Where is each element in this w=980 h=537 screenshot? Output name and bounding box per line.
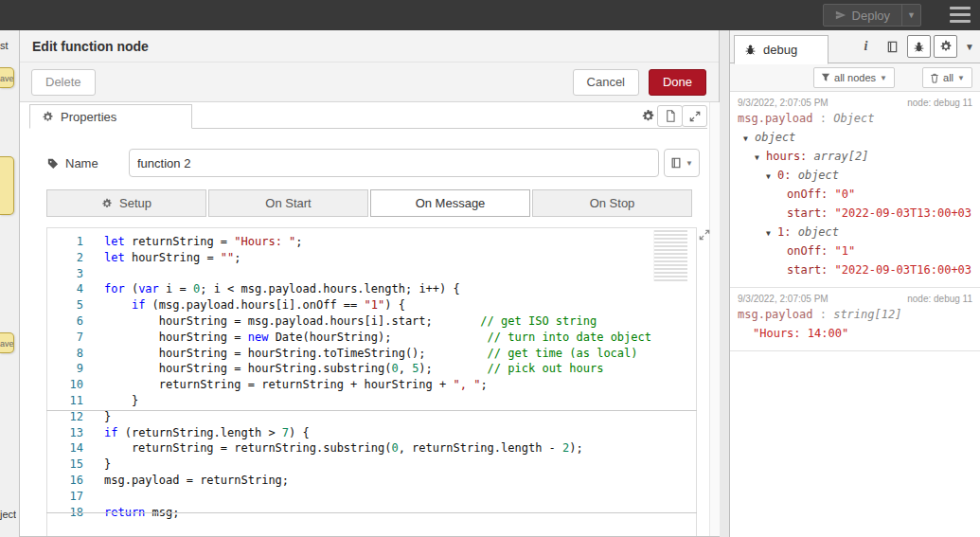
done-button[interactable]: Done [649,69,706,96]
line-number: 18 [47,505,83,521]
editor-gutter: 123456789101112131415161718 [47,228,95,536]
filter-nodes-label: all nodes [834,72,876,83]
code-line[interactable]: hourString = new Date(hourString); // tu… [104,330,696,346]
name-label: Name [65,156,98,170]
code-line[interactable]: for (var i = 0; i < msg.payload.hours.le… [104,281,696,297]
sidebar-tabs: debug i ▼ [730,30,980,63]
debug-tree-row: "Hours: 14:00" [738,324,972,343]
cancel-button[interactable]: Cancel [573,69,639,96]
debug-tree-row: start: "2022-09-03T16:00+03:00" [738,260,972,279]
tab-properties[interactable]: Properties [29,104,192,129]
debug-message-list: 9/3/2022, 2:07:05 PMnode: debug 11msg.pa… [730,92,980,537]
code-line[interactable]: msg.payload = returnString; [104,473,696,489]
code-line[interactable]: returnString = returnString.substring(0,… [104,440,696,456]
menu-button[interactable] [950,7,971,27]
deploy-icon [835,9,846,21]
debug-node-meta: node: debug 11 [907,98,972,108]
tree-collapse-caret[interactable]: ▼ [766,168,777,185]
editor-expand-icon[interactable] [699,229,710,241]
tree-collapse-caret[interactable]: ▼ [743,130,755,147]
debug-tree-row[interactable]: ▼hours: array[2] [738,147,972,166]
sidebar-gear-button[interactable] [934,35,957,58]
chevron-down-icon[interactable]: ▼ [965,42,974,52]
deploy-button[interactable]: Deploy ▼ [823,4,921,27]
expand-dialog-button[interactable] [682,105,707,127]
palette-node-fragment[interactable]: ject [0,507,16,522]
tab-on-start[interactable]: On Start [208,189,368,217]
debug-filter-bug-button[interactable] [907,35,931,58]
debug-timestamp: 9/3/2022, 2:07:05 PM [738,294,829,304]
clear-all-label: all [943,72,953,83]
line-number: 13 [47,425,83,441]
code-line[interactable]: if (returnString.length > 7) { [104,425,696,441]
code-line[interactable]: returnString = returnString + hourString… [104,377,696,393]
description-doc-button[interactable] [657,105,683,127]
palette-strip: staveaveject [0,30,19,537]
filter-nodes-button[interactable]: all nodes ▼ [813,67,895,88]
name-row: Name ▼ [46,149,700,177]
debug-tree-row: start: "2022-09-03T13:00+03:00" [738,204,972,223]
properties-tab-bar: Properties [29,104,707,129]
line-number: 11 [47,393,83,409]
line-number: 14 [47,440,83,456]
line-number: 12 [47,409,83,425]
line-number: 3 [47,266,83,282]
code-line[interactable]: return msg; [104,505,696,521]
code-line[interactable]: if (msg.payload.hours[i].onOff == "1") { [104,297,696,313]
debug-tree-row[interactable]: ▼1: object [738,223,972,242]
deploy-options-caret[interactable]: ▼ [901,5,920,26]
code-line[interactable]: hourString = msg.payload.hours[i].start;… [104,313,696,330]
tab-on-stop[interactable]: On Stop [532,189,692,217]
code-line[interactable]: } [104,456,696,473]
tab-setup-label: Setup [119,196,151,210]
tree-collapse-caret[interactable]: ▼ [766,224,777,242]
debug-node-meta: node: debug 11 [907,294,972,304]
code-line[interactable]: hourString = hourString.toTimeString(); … [104,346,696,362]
tab-on-stop-label: On Stop [590,196,635,210]
debug-message: 9/3/2022, 2:07:05 PMnode: debug 11msg.pa… [730,92,980,288]
code-line[interactable]: let returnString = "Hours: "; [104,234,696,250]
code-line[interactable]: } [104,409,696,425]
debug-msg-path: msg.payload [738,112,812,125]
code-editor[interactable]: 123456789101112131415161718 let returnSt… [46,227,697,536]
tab-on-message[interactable]: On Message [370,189,530,217]
dialog-toolbar: Delete Cancel Done [20,63,719,102]
palette-node-fragment[interactable] [0,156,14,215]
palette-node-fragment[interactable]: ave [0,67,14,88]
tab-debug[interactable]: debug [734,35,829,64]
line-number: 5 [47,297,83,313]
debug-filter-bar: all nodes ▼ all ▼ [730,63,980,92]
line-number: 1 [47,234,83,250]
library-button[interactable]: ▼ [664,149,700,177]
code-line[interactable]: let hourString = ""; [104,250,696,266]
palette-node-fragment[interactable]: st [0,38,9,53]
code-line[interactable] [104,489,696,505]
tab-setup[interactable]: Setup [46,189,206,217]
tree-collapse-caret[interactable]: ▼ [755,149,766,166]
palette-node-fragment[interactable]: ave [0,332,14,353]
delete-button[interactable]: Delete [31,69,96,96]
node-settings-gear-button[interactable] [637,106,658,127]
info-button[interactable]: i [854,35,878,58]
line-number: 8 [47,346,83,362]
code-line[interactable] [104,266,696,282]
debug-timestamp: 9/3/2022, 2:07:05 PM [738,98,829,108]
tab-on-start-label: On Start [265,196,311,210]
dialog-scrollbar[interactable] [709,102,720,536]
debug-tree-row[interactable]: ▼0: object [738,166,972,185]
line-number: 6 [47,313,83,330]
debug-tree-row[interactable]: ▼object [738,128,972,147]
help-book-button[interactable] [881,35,904,58]
debug-sidebar: debug i ▼ all nodes ▼ all ▼ [729,30,980,537]
tag-icon [46,157,59,170]
line-number: 4 [47,281,83,297]
code-lines[interactable]: let returnString = "Hours: ";let hourStr… [95,228,696,536]
code-line[interactable]: } [104,393,696,409]
debug-msg-path: msg.payload [738,308,812,321]
line-number: 10 [47,377,83,393]
gear-icon [42,111,54,123]
line-number: 7 [47,330,83,346]
name-field[interactable] [129,149,659,177]
code-line[interactable]: hourString = hourString.substring(0, 5);… [104,361,696,377]
clear-messages-button[interactable]: all ▼ [922,67,972,88]
